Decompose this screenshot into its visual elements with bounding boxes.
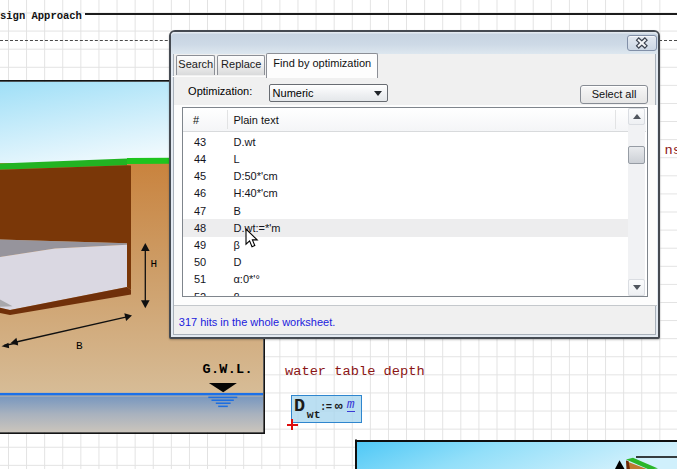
svg-text:H: H <box>151 258 158 270</box>
svg-text:B: B <box>76 340 83 352</box>
svg-text:G.W.L.: G.W.L. <box>203 362 253 377</box>
